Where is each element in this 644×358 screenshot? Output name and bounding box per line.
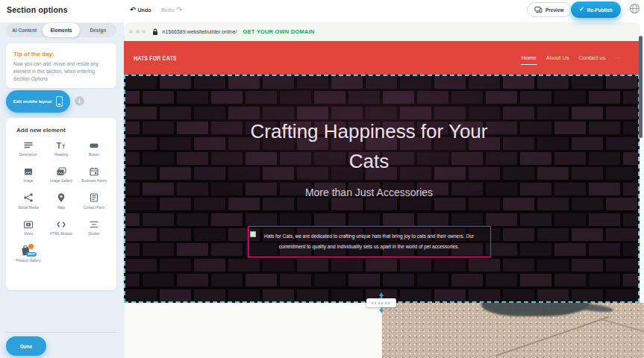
contact-form-icon (89, 192, 99, 204)
element-description[interactable]: Description (12, 139, 45, 157)
element-video[interactable]: Video (12, 219, 45, 236)
republish-button[interactable]: ✓ Re-Publish (571, 1, 621, 18)
page-title: Section options (7, 5, 68, 14)
element-html-module[interactable]: HTML Module (45, 219, 78, 236)
sidebar: AI Content Elements Design Tip of the da… (0, 22, 124, 358)
topbar: Section options ↶ Undo Redo ↷ Preview ✓ … (0, 0, 644, 22)
element-image-gallery[interactable]: Image Gallery (45, 166, 78, 183)
element-grid: Description TT Heading Button (6, 139, 116, 263)
button-icon (89, 139, 99, 151)
hero-paragraph-box[interactable]: Hats for Cats, we are dedicated to craft… (248, 226, 491, 257)
element-heading[interactable]: TT Heading (45, 139, 78, 157)
browser-dot (129, 30, 133, 34)
hero-heading[interactable]: Crafting Happiness for Your Cats (246, 116, 493, 176)
tab-design[interactable]: Design (80, 23, 116, 37)
resize-dashes-icon (372, 302, 391, 304)
tip-title: Tip of the day: (13, 51, 109, 57)
element-product-gallery[interactable]: SHOP Product Gallery (12, 245, 45, 263)
undo-button[interactable]: ↶ Undo (130, 7, 151, 13)
next-section-image (382, 303, 644, 358)
element-social-media[interactable]: Social Media (12, 192, 45, 210)
element-business-hours[interactable]: Business Hours (78, 166, 110, 183)
undo-label: Undo (138, 7, 151, 13)
globe-icon[interactable] (629, 3, 640, 14)
nav-more-icon[interactable]: ··· (616, 54, 622, 61)
preview-label: Preview (545, 7, 564, 13)
lock-icon (152, 25, 158, 39)
check-icon: ✓ (579, 7, 584, 13)
image-icon (23, 166, 34, 177)
html-module-icon (56, 219, 66, 230)
phone-icon (56, 96, 63, 107)
redo-label: Redo (161, 7, 175, 13)
browser-dot (136, 30, 140, 34)
edit-mobile-layout-button[interactable]: Edit mobile layout (6, 90, 70, 113)
pavement-joint-line (495, 316, 609, 357)
undo-icon: ↶ (130, 7, 136, 13)
redo-button[interactable]: Redo ↷ (161, 7, 182, 13)
product-gallery-icon: SHOP (22, 245, 35, 257)
nav-home[interactable]: Home (522, 54, 537, 61)
description-icon (23, 139, 34, 151)
browser-dot (142, 30, 146, 34)
image-gallery-icon (56, 166, 66, 177)
element-image[interactable]: Image (12, 166, 45, 183)
redo-icon: ↷ (177, 7, 183, 13)
site-header: HATS FOR CATS Home About Us Contact us ·… (124, 41, 640, 75)
tip-card: Tip of the day: Now you can add, move an… (6, 43, 116, 88)
app-root: Section options ↶ Undo Redo ↷ Preview ✓ … (0, 0, 644, 358)
element-contact-form[interactable]: Contact Form (78, 192, 110, 210)
business-hours-icon (89, 166, 99, 177)
video-icon (23, 219, 34, 230)
get-domain-link[interactable]: GET YOUR OWN DOMAIN (243, 28, 315, 35)
tab-ai-content[interactable]: AI Content (6, 23, 43, 37)
heading-icon: TT (56, 139, 66, 151)
hero-paragraph: Hats for Cats, we are dedicated to craft… (254, 231, 484, 252)
element-button[interactable]: Button (78, 139, 110, 157)
sidebar-divider (6, 332, 116, 333)
add-element-title: Add new element (6, 118, 116, 139)
site-logo[interactable]: HATS FOR CATS (134, 54, 177, 62)
social-media-icon (23, 192, 34, 204)
scrollbar-thumb[interactable] (639, 36, 643, 138)
element-drag-handle[interactable] (250, 231, 256, 237)
svg-text:T: T (62, 144, 66, 149)
site-nav: Home About Us Contact us ··· (522, 54, 621, 61)
tab-elements[interactable]: Elements (43, 23, 79, 37)
pavement-joint-line (599, 318, 644, 333)
svg-text:T: T (57, 141, 62, 150)
done-button[interactable]: Done (6, 336, 46, 356)
next-section-blank (124, 303, 382, 358)
preview-button[interactable]: Preview (527, 2, 572, 17)
cat-shadow-tail (572, 303, 614, 313)
add-element-panel: Add new element Description TT Heading (6, 118, 116, 290)
resize-grip[interactable] (366, 298, 396, 307)
edit-mobile-label: Edit mobile layout (13, 99, 52, 104)
nav-about-us[interactable]: About Us (546, 54, 569, 61)
hero-section[interactable]: Crafting Happiness for Your Cats More th… (124, 75, 640, 303)
devices-icon (534, 6, 543, 14)
hero-subheading[interactable]: More than Just Accessories (220, 186, 519, 198)
tip-body: Now you can add, move and resize any ele… (13, 60, 109, 82)
divider-icon (89, 219, 99, 230)
nav-contact-us[interactable]: Contact us (579, 54, 606, 61)
republish-label: Re-Publish (587, 7, 613, 13)
element-divider[interactable]: Divider (78, 219, 110, 236)
resize-arrow-down-icon (379, 310, 384, 313)
browser-bar: n1566589.websitebuilder.online/ GET YOUR… (124, 22, 640, 41)
site-url: n1566589.websitebuilder.online/ (163, 29, 237, 34)
element-map[interactable]: Map (45, 192, 78, 210)
info-icon[interactable]: i (75, 96, 84, 106)
map-icon (56, 192, 66, 204)
hero-content: Crafting Happiness for Your Cats More th… (125, 76, 613, 301)
section-resize-handle[interactable] (366, 292, 397, 313)
shop-badge-icon (28, 244, 34, 249)
shop-tag: SHOP (26, 252, 37, 257)
sidebar-tabs: AI Content Elements Design (6, 23, 116, 37)
